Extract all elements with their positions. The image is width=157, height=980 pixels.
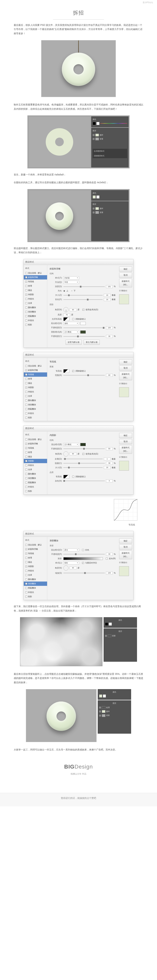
cancel-button[interactable]: 取消 (119, 366, 132, 371)
style-item[interactable]: 内发光 (24, 390, 47, 394)
style-item[interactable]: 渐变叠加 (24, 310, 47, 314)
style-item[interactable]: 描边 (24, 455, 47, 459)
style-item[interactable]: 描边 (24, 288, 47, 293)
preview-checkbox[interactable]: ☑ 预览(V) (119, 455, 132, 459)
preview-checkbox[interactable]: ☑ 预览(V) (119, 561, 132, 564)
opacity-slider[interactable] (63, 554, 105, 555)
size-input[interactable]: 18 (104, 294, 111, 297)
noise-input[interactable]: 0 (106, 479, 113, 482)
style-item[interactable]: 混合选项：默认 (24, 364, 47, 368)
style-item[interactable]: 等高线 (24, 372, 47, 377)
swatch[interactable] (96, 122, 99, 125)
size-slider[interactable] (63, 295, 103, 296)
style-item[interactable]: 图案叠加 (24, 480, 47, 485)
style-item[interactable]: 内发光 (24, 569, 47, 573)
style-item[interactable]: 投影 (24, 415, 47, 420)
style-item[interactable]: 等高线 (24, 551, 47, 556)
layer-row[interactable]: 背景 (99, 713, 130, 718)
style-item[interactable]: 光泽 (24, 573, 47, 577)
swatch[interactable] (93, 122, 96, 125)
soften-input[interactable]: 16 (104, 298, 111, 301)
style-item[interactable]: 渐变叠加 (24, 582, 47, 586)
shadow-color-chip[interactable] (80, 331, 86, 334)
global-light-checkbox[interactable] (82, 309, 84, 311)
style-item[interactable]: 斜面和浮雕 (24, 547, 47, 551)
shadow-opacity-slider[interactable] (63, 336, 105, 337)
style-item[interactable]: 外发光 (24, 485, 47, 489)
altitude-input[interactable]: 70 (63, 313, 70, 317)
angle-dial[interactable] (63, 565, 69, 571)
highlight-opacity-input[interactable]: 100 (106, 326, 113, 329)
swatch[interactable] (99, 694, 102, 698)
preview-checkbox[interactable]: ☑ 预览(V) (119, 382, 132, 385)
angle-dial[interactable] (63, 452, 69, 457)
layer-action[interactable]: 清除图层样式 (93, 153, 127, 158)
opacity-input[interactable]: 30 (106, 553, 113, 556)
opacity-input[interactable]: 50 (106, 447, 113, 450)
contour-thumb[interactable] (63, 317, 69, 321)
layers-panel[interactable]: 图层 纹理 圆环 背景 (98, 700, 131, 733)
visibility-icon[interactable] (105, 635, 107, 637)
style-item[interactable]: 颜色叠加 (24, 305, 47, 310)
color-panel[interactable]: 颜色 (91, 190, 128, 201)
style-item[interactable]: 图案叠加 (24, 586, 47, 590)
style-item[interactable]: 外发光 (24, 411, 47, 415)
hue-strip[interactable] (100, 123, 127, 124)
new-style-button[interactable]: 新建样式(W)... (119, 372, 132, 380)
color-panel[interactable]: 颜色 (98, 689, 131, 700)
style-item[interactable]: 斜面和浮雕 (24, 368, 47, 372)
opacity-slider[interactable] (63, 449, 105, 449)
antialias-checkbox[interactable] (72, 318, 74, 320)
visibility-icon[interactable] (99, 714, 101, 717)
choke-input[interactable]: 38 (106, 462, 113, 465)
blend-dropdown[interactable]: 柔光▼ (63, 549, 79, 552)
style-item[interactable]: 图案叠加 (24, 407, 47, 411)
style-item[interactable]: 内阴影 (24, 459, 47, 463)
layer-row[interactable]: 背景 (93, 210, 127, 215)
style-item[interactable]: 投影 (24, 489, 47, 493)
layers-panel[interactable]: 图层 圆环 背景 (91, 201, 128, 241)
visibility-icon[interactable] (99, 706, 101, 708)
style-item[interactable]: 内发光 (24, 463, 47, 468)
style-item[interactable]: 内阴影 (24, 293, 47, 297)
swatch[interactable] (103, 694, 106, 698)
reverse-checkbox[interactable] (106, 558, 108, 560)
layer-row[interactable]: 圆环 (99, 710, 130, 713)
contour-thumb[interactable] (63, 475, 69, 479)
angle-input[interactable]: 90 (70, 308, 76, 311)
range-slider[interactable] (63, 375, 105, 375)
reset-default-button[interactable]: 复位为默认值 (83, 340, 100, 345)
angle-input[interactable]: 90 (70, 452, 76, 455)
swatch[interactable] (105, 622, 108, 626)
depth-input[interactable]: 181 (106, 285, 113, 288)
gradient-picker[interactable] (63, 557, 103, 560)
curve-editor[interactable] (114, 499, 137, 520)
new-style-button[interactable]: 新建样式(W)... (119, 550, 132, 559)
style-item[interactable]: 外发光 (24, 318, 47, 323)
style-item[interactable]: 渐变叠加 (24, 476, 47, 480)
style-item[interactable]: 斜面和浮雕 (24, 275, 47, 280)
distance-slider[interactable] (63, 459, 103, 459)
blend-dropdown[interactable]: 正片叠底▼ (63, 443, 79, 446)
size-slider[interactable] (63, 467, 103, 468)
visibility-icon[interactable] (93, 138, 95, 140)
style-item[interactable]: 投影 (24, 595, 47, 599)
layer-row[interactable]: 圆环 (93, 207, 127, 210)
style-item[interactable]: 混合选项：默认 (24, 543, 47, 547)
style-item[interactable]: 光泽 (24, 468, 47, 472)
choke-slider[interactable] (63, 463, 105, 463)
layer-row[interactable]: 背景 (105, 634, 136, 638)
distance-input[interactable]: 1 (104, 457, 111, 460)
size-input[interactable]: 18 (104, 466, 111, 469)
style-item[interactable]: 纹理 (24, 377, 47, 381)
ok-button[interactable]: 确定 (119, 538, 132, 544)
layers-panel[interactable]: 图层 圆环 背景 合并图层样式 清除图 (91, 128, 128, 167)
style-item[interactable]: 描边 (24, 381, 47, 385)
shadow-mode-dropdown[interactable]: 正片叠底▼ (63, 331, 79, 334)
style-item[interactable]: 内阴影 (24, 564, 47, 569)
new-style-button[interactable]: 新建样式(W)... (119, 445, 132, 454)
style-item[interactable]: 内发光 (24, 297, 47, 301)
style-item[interactable]: 图案叠加 (24, 314, 47, 318)
radio-up[interactable]: ◉ (63, 289, 65, 293)
cancel-button[interactable]: 取消 (119, 273, 132, 278)
